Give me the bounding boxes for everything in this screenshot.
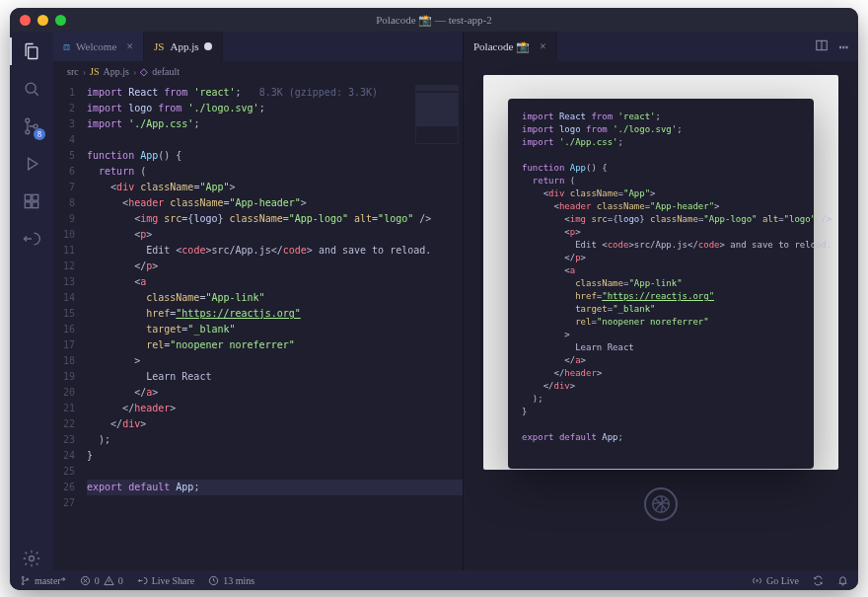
status-bar: master*00Live Share13 mins Go Live [10,570,858,590]
statusbar-bell[interactable] [837,575,848,586]
activity-bar: 8 [10,32,53,570]
more-icon[interactable]: ⋯ [838,37,848,56]
breadcrumb-part[interactable]: src [67,66,79,77]
svg-rect-5 [33,194,38,200]
breadcrumbs[interactable]: src › JS App.js › ◇ default [53,61,463,81]
vscode-icon: ⧈ [63,40,70,53]
titlebar: Polacode 📸 — test-app-2 [10,8,858,32]
tab-polacode-[interactable]: Polacode 📸× [464,32,557,61]
tab-label: Welcome [76,40,116,52]
line-gutter: 1234567891011121314151617181920212223242… [53,81,83,570]
shutter-button[interactable] [644,487,678,521]
chevron-right-icon: › [133,66,136,77]
main-area: ⧈Welcome×JSApp.js src › JS App.js › ◇ de… [53,32,858,570]
breadcrumb-part[interactable]: default [152,66,180,77]
statusbar-label: Go Live [766,575,799,586]
js-file-icon: JS [154,40,164,52]
source-control-icon[interactable]: 8 [20,114,43,138]
svg-point-2 [26,130,30,134]
editor-pane: ⧈Welcome×JSApp.js src › JS App.js › ◇ de… [53,32,464,570]
debug-icon[interactable] [20,152,43,176]
statusbar-sync[interactable] [813,575,824,586]
svg-rect-6 [25,202,31,208]
app-window: Polacode 📸 — test-app-2 8 [10,8,858,590]
statusbar-branch[interactable]: master* [20,575,66,586]
polacode-body: import React from 'react'; import logo f… [464,61,858,570]
svg-rect-4 [25,194,31,200]
tab-label: Polacode 📸 [473,40,530,53]
settings-gear-icon[interactable] [20,547,43,570]
chevron-right-icon: › [83,66,86,77]
tabbar-right: Polacode 📸× ⋯ [464,32,858,61]
dirty-indicator [204,42,212,50]
search-icon[interactable] [20,77,43,101]
svg-point-12 [22,582,24,584]
liveshare-icon[interactable] [20,227,43,251]
close-tab-icon[interactable]: × [126,39,133,54]
tab-app-js[interactable]: JSApp.js [144,32,223,61]
svg-rect-7 [33,202,38,208]
statusbar-broadcast[interactable]: Go Live [752,575,799,586]
close-tab-icon[interactable]: × [540,39,546,54]
polacode-pane: Polacode 📸× ⋯ import React from 'react';… [464,32,858,570]
svg-point-0 [26,83,36,93]
polacode-snippet: import React from 'react'; import logo f… [508,99,814,469]
svg-point-8 [30,557,35,561]
extensions-icon[interactable] [20,189,43,213]
breadcrumb-part[interactable]: App.js [103,66,128,77]
tabbar-left: ⧈Welcome×JSApp.js [53,32,463,61]
statusbar-liveshare[interactable]: Live Share [137,575,195,586]
split-editor-icon[interactable] [815,37,829,56]
code-area[interactable]: import React from 'react'; 8.3K (gzipped… [83,81,463,570]
window-title: Polacode 📸 — test-app-2 [10,14,858,27]
minimap[interactable] [415,85,459,144]
tab-welcome[interactable]: ⧈Welcome× [53,32,144,61]
tab-label: App.js [170,40,198,52]
svg-point-11 [22,576,24,578]
svg-point-16 [757,579,759,581]
statusbar-problems[interactable]: 00 [80,575,123,586]
code-editor[interactable]: 1234567891011121314151617181920212223242… [53,81,463,570]
svg-point-1 [26,118,30,122]
polacode-canvas[interactable]: import React from 'react'; import logo f… [483,75,838,470]
statusbar-clock[interactable]: 13 mins [208,575,254,586]
scm-badge: 8 [34,128,45,140]
explorer-icon[interactable] [20,39,43,63]
